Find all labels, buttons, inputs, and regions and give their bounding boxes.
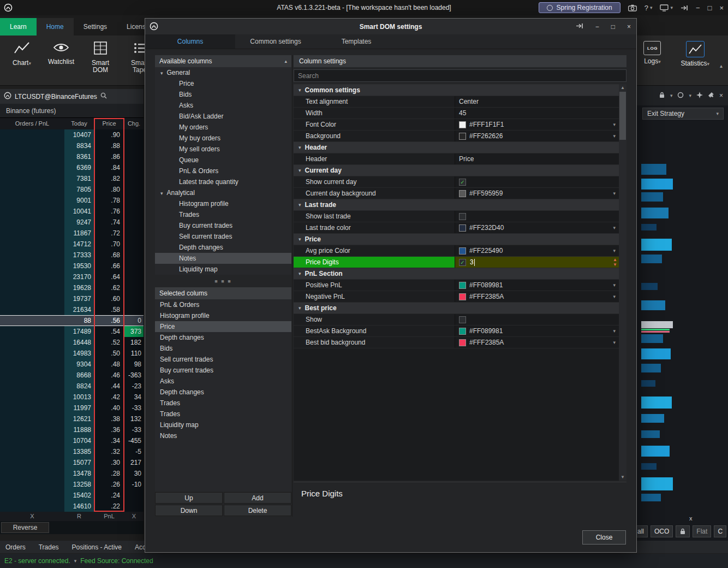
chevron-down-icon[interactable]: ▾ bbox=[613, 282, 616, 288]
checkbox[interactable] bbox=[459, 316, 466, 323]
settings-group-header[interactable]: ▾PnL Section bbox=[294, 268, 619, 280]
dom-chg-cell[interactable]: -455 bbox=[124, 435, 144, 446]
tree-item[interactable]: Asks bbox=[155, 100, 291, 111]
tree-item[interactable]: Bids bbox=[155, 89, 291, 100]
close-button[interactable]: × bbox=[719, 4, 724, 11]
maximize-button[interactable]: □ bbox=[611, 23, 615, 31]
dom-chg-cell[interactable]: -33 bbox=[124, 424, 144, 435]
dom-price-cell[interactable]: .60 bbox=[94, 293, 124, 304]
selected-column-item[interactable]: Histogram profile bbox=[155, 310, 291, 321]
chevron-down-icon[interactable]: ▾ bbox=[613, 340, 616, 345]
selected-column-item[interactable]: PnL & Orders bbox=[155, 299, 291, 310]
dom-chg-cell[interactable]: 373 bbox=[124, 326, 144, 337]
dom-price-cell[interactable]: .26 bbox=[94, 479, 124, 490]
dom-row[interactable]: 6369.84 bbox=[0, 162, 144, 173]
close-icon[interactable]: × bbox=[719, 92, 723, 99]
dom-chg-cell[interactable] bbox=[124, 162, 144, 173]
settings-value[interactable]: ✓3▲▼ bbox=[455, 257, 619, 268]
dom-today-cell[interactable]: 17489 bbox=[64, 326, 94, 337]
dialog-tab-common-settings[interactable]: Common settings bbox=[235, 34, 316, 49]
dom-today-cell[interactable]: 7805 bbox=[64, 184, 94, 195]
dom-price-cell[interactable]: .72 bbox=[94, 228, 124, 239]
tree-item[interactable]: Price bbox=[155, 78, 291, 89]
watchlist-button[interactable]: Watchlist bbox=[47, 41, 75, 74]
settings-value[interactable]: #FF232D40▾ bbox=[455, 222, 619, 233]
dom-price-cell[interactable]: .30 bbox=[94, 457, 124, 468]
dom-row[interactable]: 7381.82 bbox=[0, 173, 144, 184]
dom-orders-cell[interactable] bbox=[0, 173, 64, 184]
dom-row[interactable]: 8668.46-363 bbox=[0, 370, 144, 381]
display-icon[interactable]: ▾ bbox=[660, 4, 673, 11]
dom-chg-cell[interactable]: 34 bbox=[124, 392, 144, 403]
dom-price-cell[interactable]: .88 bbox=[94, 140, 124, 151]
dom-price-cell[interactable]: .42 bbox=[94, 392, 124, 403]
tree-item[interactable]: Trades bbox=[155, 209, 291, 220]
selected-column-item[interactable]: Bids bbox=[155, 343, 291, 354]
dom-row[interactable]: 12621.38132 bbox=[0, 413, 144, 424]
dom-chg-cell[interactable] bbox=[124, 261, 144, 271]
dom-price-cell[interactable]: .46 bbox=[94, 370, 124, 381]
dom-orders-cell[interactable] bbox=[0, 326, 64, 337]
tree-item[interactable]: Buy current trades bbox=[155, 220, 291, 231]
selected-column-item[interactable]: Buy current trades bbox=[155, 365, 291, 376]
dom-chg-cell[interactable]: 132 bbox=[124, 413, 144, 424]
dom-today-cell[interactable]: 10407 bbox=[64, 129, 94, 140]
dom-orders-cell[interactable] bbox=[0, 446, 64, 457]
tree-item[interactable]: Depth changes bbox=[155, 242, 291, 253]
dom-price-cell[interactable]: .80 bbox=[94, 184, 124, 195]
dom-chg-cell[interactable] bbox=[124, 151, 144, 162]
dom-price-cell[interactable]: .86 bbox=[94, 151, 124, 162]
checkbox[interactable]: ✓ bbox=[459, 179, 466, 186]
scroll-up-icon[interactable]: ▲ bbox=[619, 84, 626, 91]
selected-column-item[interactable]: Depth changes bbox=[155, 387, 291, 398]
help-icon[interactable]: ?▾ bbox=[645, 4, 653, 11]
settings-value[interactable]: #FF595959▾ bbox=[455, 188, 619, 199]
dom-price-cell[interactable]: .58 bbox=[94, 304, 124, 315]
ribbon-tab-home[interactable]: Home bbox=[37, 18, 74, 36]
dom-row[interactable]: 8834.88 bbox=[0, 140, 144, 151]
dom-orders-cell[interactable] bbox=[0, 315, 64, 326]
dom-price-cell[interactable]: .74 bbox=[94, 217, 124, 228]
dom-price-cell[interactable]: .36 bbox=[94, 424, 124, 435]
dom-chg-cell[interactable] bbox=[124, 173, 144, 184]
exit-strategy-select[interactable]: Exit Strategy ▾ bbox=[642, 108, 724, 120]
reverse-button[interactable]: Reverse bbox=[1, 522, 49, 533]
dom-orders-cell[interactable] bbox=[0, 370, 64, 381]
dom-today-cell[interactable]: 13258 bbox=[64, 479, 94, 490]
dom-today-cell[interactable]: 14610 bbox=[64, 501, 94, 512]
dom-today-cell[interactable]: 9001 bbox=[64, 195, 94, 206]
dom-today-cell[interactable]: 14983 bbox=[64, 348, 94, 359]
dom-today-cell[interactable]: 16448 bbox=[64, 337, 94, 348]
down-button[interactable]: Down bbox=[155, 505, 223, 516]
flat-button[interactable]: Flat bbox=[693, 525, 711, 537]
dom-row[interactable]: 14983.50110 bbox=[0, 348, 144, 359]
dom-row[interactable]: 11997.40-33 bbox=[0, 403, 144, 413]
dom-today-cell[interactable]: 12621 bbox=[64, 413, 94, 424]
dom-today-cell[interactable]: 9247 bbox=[64, 217, 94, 228]
dom-chg-cell[interactable] bbox=[124, 184, 144, 195]
dom-orders-cell[interactable] bbox=[0, 348, 64, 359]
dom-orders-cell[interactable] bbox=[0, 435, 64, 446]
dom-today-cell[interactable]: 8824 bbox=[64, 381, 94, 392]
dom-price-cell[interactable]: .78 bbox=[94, 195, 124, 206]
collapse-ribbon-icon[interactable]: ▴ bbox=[720, 63, 723, 69]
c-button[interactable]: C bbox=[714, 525, 726, 537]
chevron-down-icon[interactable]: ▾ bbox=[613, 225, 616, 230]
dom-orders-cell[interactable] bbox=[0, 206, 64, 217]
dom-today-cell[interactable]: 17333 bbox=[64, 250, 94, 261]
dom-orders-cell[interactable] bbox=[0, 381, 64, 392]
dom-orders-cell[interactable] bbox=[0, 304, 64, 315]
dom-row[interactable]: 7805.80 bbox=[0, 184, 144, 195]
dom-orders-cell[interactable] bbox=[0, 413, 64, 424]
add-button[interactable]: Add bbox=[224, 492, 291, 504]
dom-today-cell[interactable]: 13478 bbox=[64, 468, 94, 479]
dom-chg-cell[interactable]: 98 bbox=[124, 359, 144, 370]
dom-price-cell[interactable]: .44 bbox=[94, 381, 124, 392]
dom-chg-cell[interactable]: -5 bbox=[124, 446, 144, 457]
chart-button[interactable]: Chart▾ bbox=[8, 41, 36, 74]
dom-chg-cell[interactable]: -23 bbox=[124, 381, 144, 392]
checkbox[interactable] bbox=[459, 213, 466, 220]
logs-button[interactable]: LOG Logs▾ bbox=[638, 41, 666, 68]
dom-price-cell[interactable]: .54 bbox=[94, 326, 124, 337]
dom-price-cell[interactable]: .82 bbox=[94, 173, 124, 184]
